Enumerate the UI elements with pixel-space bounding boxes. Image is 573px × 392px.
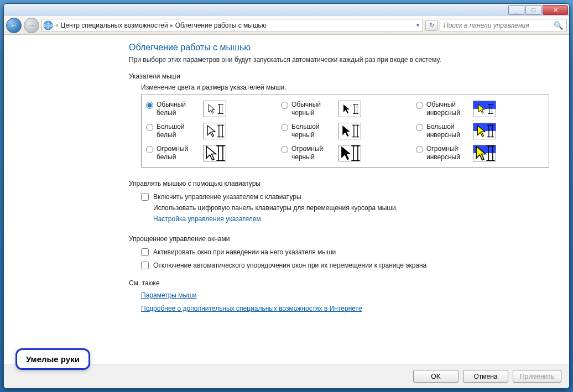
pointer-option-huge-black[interactable]: Огромный черный: [281, 145, 409, 161]
breadcrumb-item-1[interactable]: Центр специальных возможностей: [61, 22, 168, 29]
section-keyboard: Управлять мышью с помощью клавиатуры: [129, 180, 549, 187]
pointer-settings-link[interactable]: Настройка управления указателем: [153, 215, 261, 223]
keyboard-mouse-checkbox[interactable]: [141, 193, 149, 201]
search-box[interactable]: 🔍: [440, 19, 567, 32]
forward-button: →: [24, 18, 39, 33]
cursor-preview-icon: [203, 145, 226, 161]
pointer-size-group: Обычный белый Обычный черный Обычный инв…: [141, 95, 549, 168]
ok-button[interactable]: OK: [413, 370, 459, 383]
pointer-option-regular-inverse[interactable]: Обычный инверсный: [416, 101, 544, 117]
cursor-preview-icon: [338, 145, 361, 161]
mouse-settings-link[interactable]: Параметры мыши: [141, 291, 197, 299]
section-pointers: Указатели мыши: [129, 72, 549, 80]
activate-on-hover-label: Активировать окно при наведении на него …: [153, 248, 336, 256]
close-button[interactable]: ✕: [543, 5, 568, 15]
disable-snap-checkbox[interactable]: [141, 262, 149, 269]
see-also-label: См. также: [129, 279, 549, 287]
keyboard-mouse-label: Включить управление указателем с клавиат…: [153, 193, 301, 201]
breadcrumb-item-2[interactable]: Облегчение работы с мышью: [175, 22, 267, 29]
pointer-option-regular-black[interactable]: Обычный черный: [281, 101, 409, 117]
cursor-preview-icon: [473, 101, 496, 117]
pointers-desc: Изменение цвета и размера указателей мыш…: [141, 83, 549, 91]
window-frame: _ □ ✕ ← → « Центр специальных возможност…: [3, 3, 570, 389]
control-panel-icon: [43, 20, 53, 30]
activate-on-hover-checkbox[interactable]: [141, 248, 149, 256]
back-button[interactable]: ←: [6, 18, 22, 33]
search-icon[interactable]: 🔍: [554, 21, 563, 30]
watermark-badge: Умелые руки: [15, 348, 90, 370]
breadcrumb-dropdown-icon[interactable]: ▾: [416, 22, 419, 28]
section-windows: Упрощенное управление окнами: [129, 235, 549, 243]
disable-snap-label: Отключение автоматического упорядочения …: [153, 262, 426, 269]
content-area: Облегчение работы с мышью При выборе эти…: [4, 35, 569, 364]
keyboard-mouse-desc: Использовать цифровую панель клавиатуры …: [153, 204, 549, 212]
cancel-button[interactable]: Отмена: [463, 370, 508, 383]
breadcrumb-sep-icon: ▸: [170, 22, 173, 28]
pointer-option-large-black[interactable]: Большой черный: [281, 123, 409, 139]
navbar: ← → « Центр специальных возможностей ▸ О…: [4, 16, 569, 35]
minimize-button[interactable]: _: [508, 5, 524, 15]
pointer-option-large-inverse[interactable]: Большой инверсный: [416, 123, 544, 139]
page-subtitle: При выборе этих параметров они будут зап…: [129, 56, 549, 64]
search-input[interactable]: [444, 22, 554, 29]
cursor-preview-icon: [203, 101, 226, 117]
apply-button[interactable]: Применить: [513, 370, 561, 383]
refresh-button[interactable]: ↻: [425, 20, 437, 31]
pointer-option-huge-inverse[interactable]: Огромный инверсный: [416, 145, 544, 161]
cursor-preview-icon: [473, 123, 496, 139]
pointer-option-huge-white[interactable]: Огромный белый: [146, 145, 274, 161]
titlebar: _ □ ✕: [4, 4, 569, 16]
page-title: Облегчение работы с мышью: [129, 43, 549, 53]
breadcrumb[interactable]: « Центр специальных возможностей ▸ Облег…: [41, 19, 423, 32]
cursor-preview-icon: [338, 123, 361, 139]
cursor-preview-icon: [473, 145, 496, 161]
pointer-option-large-white[interactable]: Большой белый: [146, 123, 274, 139]
cursor-preview-icon: [338, 101, 361, 117]
breadcrumb-leading-icon: «: [55, 22, 59, 28]
more-accessibility-link[interactable]: Подробнее о дополнительных специальных в…: [141, 305, 362, 312]
maximize-button[interactable]: □: [525, 5, 541, 15]
cursor-preview-icon: [203, 123, 226, 139]
button-bar: OK Отмена Применить: [4, 364, 569, 388]
pointer-option-regular-white[interactable]: Обычный белый: [146, 101, 274, 117]
